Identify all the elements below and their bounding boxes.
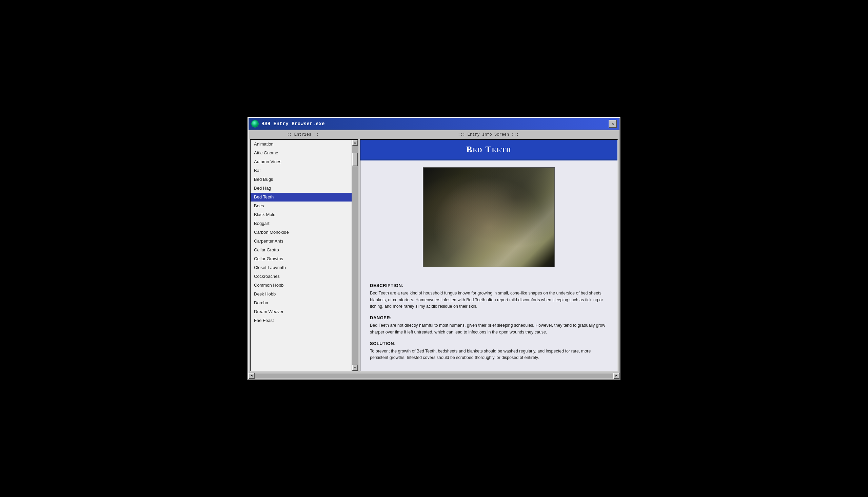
list-item-boggart[interactable]: Boggart: [251, 219, 352, 228]
description-heading: DESCRIPTION:: [370, 283, 608, 288]
list-scrollbar[interactable]: ▲ ▼: [352, 140, 358, 371]
h-scroll-track[interactable]: [255, 373, 613, 378]
section-labels: :: Entries :: ::: Entry Info Screen :::: [249, 130, 619, 139]
app-icon: [251, 120, 259, 128]
info-screen-label: ::: Entry Info Screen :::: [357, 132, 619, 137]
main-window: HSH Entry Browser.exe ✕ :: Entries :: ::…: [248, 117, 620, 380]
window-title: HSH Entry Browser.exe: [261, 121, 325, 127]
title-bar: HSH Entry Browser.exe ✕: [249, 118, 619, 130]
list-item-black-mold[interactable]: Black Mold: [251, 210, 352, 219]
entries-label: :: Entries ::: [249, 132, 357, 137]
scroll-track[interactable]: [352, 146, 358, 365]
list-item-bed-hag[interactable]: Bed Hag: [251, 184, 352, 193]
list-item-attic-gnome[interactable]: Attic Gnome: [251, 148, 352, 157]
entries-panel: AnimationAttic GnomeAutumn VinesBatBed B…: [250, 139, 358, 371]
entry-title: Bed Teeth: [367, 144, 610, 155]
entry-body: DESCRIPTION: Bed Teeth are a rare kind o…: [361, 274, 617, 371]
title-bar-left: HSH Entry Browser.exe: [251, 120, 325, 128]
list-item-common-hobb[interactable]: Common Hobb: [251, 281, 352, 290]
list-item-dorcha[interactable]: Dorcha: [251, 299, 352, 307]
list-item-bees[interactable]: Bees: [251, 201, 352, 210]
list-item-animation[interactable]: Animation: [251, 140, 352, 148]
close-button[interactable]: ✕: [608, 120, 617, 128]
entry-header: Bed Teeth: [361, 140, 617, 160]
scroll-thumb[interactable]: [352, 153, 358, 166]
list-item-dream-weaver[interactable]: Dream Weaver: [251, 307, 352, 316]
description-text: Bed Teeth are a rare kind of household f…: [370, 290, 608, 310]
list-item-bed-bugs[interactable]: Bed Bugs: [251, 175, 352, 184]
scroll-up-button[interactable]: ▲: [352, 140, 358, 146]
list-inner: AnimationAttic GnomeAutumn VinesBatBed B…: [251, 140, 358, 371]
list-item-cockroaches[interactable]: Cockroaches: [251, 272, 352, 281]
list-item-desk-hobb[interactable]: Desk Hobb: [251, 290, 352, 299]
bottom-scrollbar[interactable]: ◄ ►: [249, 373, 619, 379]
scroll-down-button[interactable]: ▼: [352, 365, 358, 371]
list-item-carbon-monoxide[interactable]: Carbon Monoxide: [251, 228, 352, 237]
list-item-bat[interactable]: Bat: [251, 166, 352, 175]
solution-text: To prevent the growth of Bed Teeth, beds…: [370, 348, 608, 361]
list-item-closet-labyrinth[interactable]: Closet Labyrinth: [251, 263, 352, 272]
entry-image: [423, 167, 555, 267]
list-item-cellar-growths[interactable]: Cellar Growths: [251, 254, 352, 263]
danger-text: Bed Teeth are not directly harmful to mo…: [370, 322, 608, 336]
entry-info-panel: Bed Teeth DESCRIPTION: Bed Teeth are a r…: [360, 139, 618, 371]
list-item-bed-teeth[interactable]: Bed Teeth: [251, 193, 352, 201]
list-item-cellar-grotto[interactable]: Cellar Grotto: [251, 246, 352, 254]
entry-image-container: [361, 160, 617, 274]
main-content: AnimationAttic GnomeAutumn VinesBatBed B…: [249, 139, 619, 373]
danger-heading: DANGER:: [370, 315, 608, 320]
list-item-fae-feast[interactable]: Fae Feast: [251, 316, 352, 325]
list-item-carpenter-ants[interactable]: Carpenter Ants: [251, 237, 352, 246]
entries-list[interactable]: AnimationAttic GnomeAutumn VinesBatBed B…: [251, 140, 352, 371]
scroll-right-button[interactable]: ►: [613, 373, 619, 379]
list-item-autumn-vines[interactable]: Autumn Vines: [251, 157, 352, 166]
solution-heading: SOLUTION:: [370, 341, 608, 346]
scroll-left-button[interactable]: ◄: [249, 373, 255, 379]
